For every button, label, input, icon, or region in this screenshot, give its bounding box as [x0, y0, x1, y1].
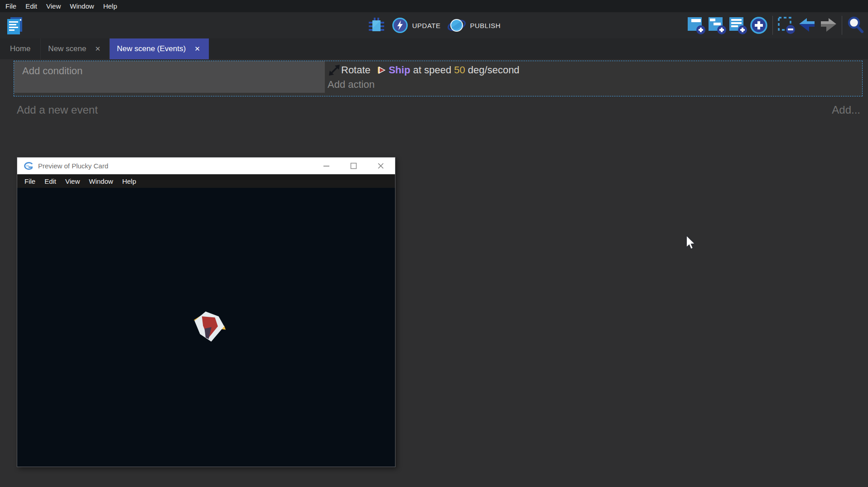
- add-comment-button[interactable]: [728, 15, 748, 36]
- add-condition-placeholder: Add condition: [22, 65, 82, 76]
- tab-home[interactable]: Home: [0, 38, 41, 59]
- menu-edit[interactable]: Edit: [21, 2, 42, 10]
- actions-column: Rotate Ship at speed 50 deg/second Add a…: [325, 61, 862, 96]
- selected-event-row[interactable]: Add condition Rotate: [14, 61, 863, 96]
- toolbar-separator: [842, 16, 842, 35]
- publish-label: PUBLISH: [470, 22, 501, 29]
- add-event-button[interactable]: [686, 15, 707, 36]
- maximize-icon[interactable]: [348, 161, 359, 172]
- update-label: UPDATE: [412, 22, 441, 29]
- undo-arrow-icon: [798, 17, 816, 33]
- rotate-action-icon: [328, 64, 340, 76]
- undo-button[interactable]: [797, 15, 818, 36]
- tab-new-scene-events[interactable]: New scene (Events) ✕: [110, 38, 209, 59]
- preview-menubar: File Edit View Window Help: [17, 174, 395, 188]
- remove-selection-icon: [777, 16, 796, 35]
- add-other-button[interactable]: [748, 15, 769, 36]
- add-subevent-icon: [708, 16, 727, 35]
- add-new-event-button[interactable]: Add a new event: [17, 104, 98, 116]
- project-manager-icon[interactable]: [5, 16, 24, 36]
- tab-new-scene[interactable]: New scene ✕: [41, 38, 110, 59]
- action-rotate-ship[interactable]: Rotate Ship at speed 50 deg/second: [328, 61, 862, 78]
- menu-view[interactable]: View: [42, 2, 65, 10]
- tab-label: Home: [10, 44, 30, 53]
- ship-sprite: [188, 306, 227, 345]
- close-tab-icon[interactable]: ✕: [193, 44, 202, 54]
- menu-window[interactable]: Window: [65, 2, 98, 10]
- window-controls: [321, 161, 389, 172]
- bug-chip-icon: [368, 17, 385, 34]
- preview-window-title: Preview of Plucky Card: [38, 162, 321, 170]
- tab-label: New scene (Events): [117, 44, 186, 53]
- add-more-button[interactable]: Add...: [832, 104, 860, 116]
- toolbar-separator: [772, 16, 773, 35]
- menu-file[interactable]: File: [1, 2, 21, 10]
- preview-menu-edit[interactable]: Edit: [40, 177, 61, 185]
- documents-stack-icon: [6, 16, 24, 35]
- redo-arrow-icon: [819, 17, 837, 33]
- search-icon: [846, 16, 865, 35]
- action-value: 50: [454, 64, 465, 76]
- mouse-cursor: [685, 235, 697, 252]
- update-button[interactable]: UPDATE: [392, 17, 441, 33]
- add-event-icon: [687, 16, 706, 35]
- action-verb: Rotate: [341, 64, 373, 76]
- publish-button[interactable]: PUBLISH: [447, 16, 501, 34]
- menu-help[interactable]: Help: [99, 2, 122, 10]
- add-new-event-row: Add a new event Add...: [17, 104, 863, 116]
- add-subevent-button[interactable]: [707, 15, 728, 36]
- preview-menu-view[interactable]: View: [61, 177, 84, 185]
- action-object-name: Ship: [389, 64, 410, 76]
- redo-button[interactable]: [818, 15, 839, 36]
- lightning-circle-icon: [392, 17, 408, 33]
- add-condition-zone[interactable]: Add condition: [14, 61, 325, 93]
- editor-tabbar: Home New scene ✕ New scene (Events) ✕: [0, 38, 868, 59]
- search-events-button[interactable]: [845, 15, 866, 36]
- app-menubar: File Edit View Window Help: [0, 0, 868, 12]
- add-circle-icon: [749, 16, 768, 35]
- debugger-icon[interactable]: [367, 15, 386, 36]
- add-action-placeholder[interactable]: Add action: [328, 79, 862, 91]
- tab-label: New scene: [48, 44, 86, 53]
- add-comment-icon: [728, 16, 747, 35]
- ship-object-icon: [376, 65, 386, 75]
- gdevelop-logo-icon: [24, 162, 34, 171]
- events-sheet: Add condition Rotate: [0, 59, 868, 116]
- game-canvas[interactable]: [17, 188, 395, 467]
- preview-titlebar[interactable]: Preview of Plucky Card: [17, 158, 395, 174]
- globe-icon: [447, 16, 466, 34]
- close-tab-icon[interactable]: ✕: [93, 44, 102, 54]
- preview-menu-help[interactable]: Help: [118, 177, 141, 185]
- main-toolbar: UPDATE PUBLISH: [0, 12, 868, 38]
- action-suffix-text: deg/second: [465, 64, 520, 76]
- minimize-icon[interactable]: [321, 161, 332, 172]
- action-mid-text: at speed: [410, 64, 454, 76]
- delete-selection-button[interactable]: [776, 15, 797, 36]
- preview-menu-window[interactable]: Window: [84, 177, 117, 185]
- preview-menu-file[interactable]: File: [20, 177, 40, 185]
- close-window-icon[interactable]: [375, 161, 386, 172]
- preview-window[interactable]: Preview of Plucky Card File Edit View Wi…: [17, 157, 395, 467]
